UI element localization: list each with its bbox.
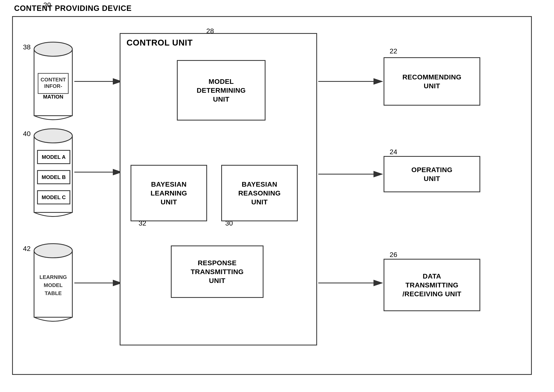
data-transmitting-unit: DATATRANSMITTING/RECEIVING UNIT bbox=[384, 259, 480, 311]
svg-text:INFOR-: INFOR- bbox=[44, 83, 62, 89]
svg-point-19 bbox=[34, 244, 72, 258]
bayesian-learning-unit: BAYESIANLEARNINGUNIT bbox=[131, 165, 207, 221]
model-cylinder: MODEL A MODEL B MODEL C bbox=[33, 124, 73, 224]
ref-40: 40 bbox=[23, 130, 31, 138]
ref-26: 26 bbox=[390, 251, 397, 259]
ref-38: 38 bbox=[23, 43, 31, 51]
ref-22: 22 bbox=[390, 47, 397, 55]
main-device-label: CONTENT PROVIDING DEVICE bbox=[14, 4, 132, 13]
ref-24: 24 bbox=[390, 148, 397, 156]
svg-text:MODEL: MODEL bbox=[44, 282, 63, 288]
diagram-container: 20 CONTENT PROVIDING DEVICE bbox=[12, 16, 540, 383]
model-determining-unit: MODELDETERMININGUNIT bbox=[177, 60, 265, 120]
svg-point-17 bbox=[34, 129, 72, 143]
operating-unit-label: OPERATINGUNIT bbox=[411, 165, 452, 183]
model-b-label: MODEL B bbox=[42, 174, 66, 180]
model-a-box: MODEL A bbox=[37, 150, 70, 164]
svg-point-12 bbox=[34, 42, 72, 56]
svg-text:CONTENT: CONTENT bbox=[41, 77, 66, 83]
control-unit-box: CONTROL UNIT 34 MODELDETERMININGUNIT 32 … bbox=[120, 33, 317, 345]
model-c-box: MODEL C bbox=[37, 190, 70, 204]
outer-box: 28 CONTROL UNIT 34 MODELDETERMININGUNIT … bbox=[12, 16, 532, 375]
operating-unit: OPERATINGUNIT bbox=[384, 156, 480, 192]
model-c-label: MODEL C bbox=[42, 194, 66, 201]
model-b-box: MODEL B bbox=[37, 170, 70, 184]
recommending-unit: RECOMMENDINGUNIT bbox=[384, 57, 480, 106]
bayesian-learning-label: BAYESIANLEARNINGUNIT bbox=[151, 180, 187, 207]
learning-model-cylinder: LEARNING MODEL TABLE bbox=[33, 239, 73, 329]
svg-text:TABLE: TABLE bbox=[45, 290, 62, 296]
svg-text:LEARNING: LEARNING bbox=[40, 274, 67, 280]
bayesian-reasoning-unit: BAYESIANREASONINGUNIT bbox=[221, 165, 298, 221]
recommending-unit-label: RECOMMENDINGUNIT bbox=[402, 73, 461, 90]
model-determining-label: MODELDETERMININGUNIT bbox=[197, 77, 246, 104]
response-transmitting-label: RESPONSETRANSMITTINGUNIT bbox=[191, 258, 244, 285]
ref-42: 42 bbox=[23, 245, 31, 252]
content-info-cylinder: CONTENT INFOR- MATION bbox=[33, 37, 73, 128]
response-transmitting-unit: RESPONSETRANSMITTINGUNIT bbox=[171, 245, 263, 298]
control-unit-label: CONTROL UNIT bbox=[126, 38, 193, 48]
data-transmitting-label: DATATRANSMITTING/RECEIVING UNIT bbox=[402, 272, 462, 299]
bayesian-reasoning-label: BAYESIANREASONINGUNIT bbox=[238, 180, 281, 207]
model-a-label: MODEL A bbox=[42, 154, 65, 160]
